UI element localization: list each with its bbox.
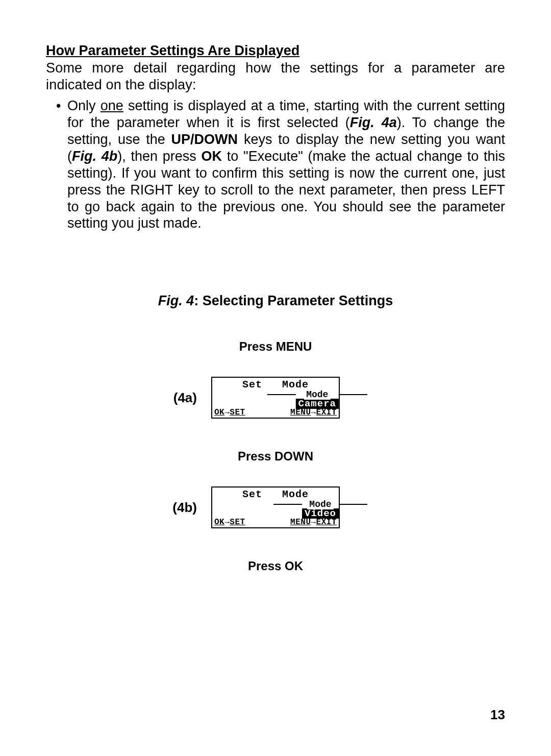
- lcd-selected-value: Video: [302, 508, 339, 519]
- panel-tag: (4b): [166, 500, 197, 516]
- bullet-list: Only one setting is displayed at a time,…: [46, 97, 505, 232]
- arrow-right-icon: →: [224, 408, 230, 418]
- text-fragment: Only: [67, 98, 101, 113]
- step-label: Press MENU: [46, 339, 505, 354]
- bullet-item: Only one setting is displayed at a time,…: [67, 97, 505, 232]
- step-label: Press DOWN: [46, 449, 505, 464]
- page-number: 13: [490, 707, 505, 723]
- manual-page: How Parameter Settings Are Displayed Som…: [0, 0, 551, 756]
- lcd-screen-4a: Set Mode Mode Camera OK→SET MENU→EXIT: [211, 377, 340, 419]
- text-fragment: ), then press: [117, 149, 201, 164]
- arrow-right-icon: →: [311, 408, 316, 418]
- lcd-top-right: Mode: [282, 489, 309, 500]
- lcd-top-right: Mode: [282, 379, 309, 391]
- lcd-top-line: Set Mode: [212, 487, 339, 500]
- divider-line: [273, 504, 302, 505]
- panel-tag: (4a): [166, 390, 197, 406]
- intro-paragraph: Some more detail regarding how the setti…: [46, 60, 505, 93]
- lcd-top-left: Set: [242, 489, 262, 500]
- figure-reference: Fig. 4b: [72, 149, 117, 164]
- lcd-bottom-line: OK→SET MENU→EXIT: [214, 518, 337, 527]
- lcd-top-left: Set: [242, 379, 262, 391]
- figure-number: Fig. 4: [158, 293, 194, 308]
- lcd-menu-exit: MENU→EXIT: [290, 408, 337, 417]
- arrow-right-icon: →: [311, 518, 316, 527]
- divider-line: [339, 394, 367, 395]
- divider-line: [339, 504, 367, 505]
- lcd-panel-row: (4a) Set Mode Mode Camera OK→SET MENU→EX…: [46, 377, 505, 419]
- arrow-right-icon: →: [224, 518, 230, 527]
- figure-title: Fig. 4: Selecting Parameter Settings: [46, 293, 505, 309]
- key-name: OK: [202, 149, 222, 164]
- key-name: UP/DOWN: [171, 132, 238, 147]
- lcd-ok-set: OK→SET: [214, 518, 245, 527]
- step-label: Press OK: [46, 559, 505, 573]
- lcd-mid-label: Mode: [304, 389, 330, 400]
- lcd-mid-box: Mode Video: [302, 499, 339, 519]
- section-heading: How Parameter Settings Are Displayed: [46, 43, 505, 59]
- lcd-top-line: Set Mode: [212, 378, 339, 391]
- lcd-panel-row: (4b) Set Mode Mode Video OK→SET MENU→EXI…: [46, 486, 505, 528]
- underlined-word: one: [101, 98, 123, 113]
- figure-caption: : Selecting Parameter Settings: [194, 293, 393, 308]
- lcd-screen-4b: Set Mode Mode Video OK→SET MENU→EXIT: [211, 486, 340, 528]
- lcd-ok-set: OK→SET: [214, 408, 245, 417]
- figure-block: Fig. 4: Selecting Parameter Settings Pre…: [46, 293, 505, 573]
- figure-reference: Fig. 4a: [350, 115, 397, 130]
- lcd-selected-value: Camera: [296, 399, 339, 409]
- lcd-menu-exit: MENU→EXIT: [290, 518, 337, 527]
- divider-line: [267, 394, 296, 395]
- lcd-mid-box: Mode Camera: [296, 389, 339, 409]
- lcd-bottom-line: OK→SET MENU→EXIT: [214, 408, 337, 417]
- lcd-mid-label: Mode: [307, 499, 333, 509]
